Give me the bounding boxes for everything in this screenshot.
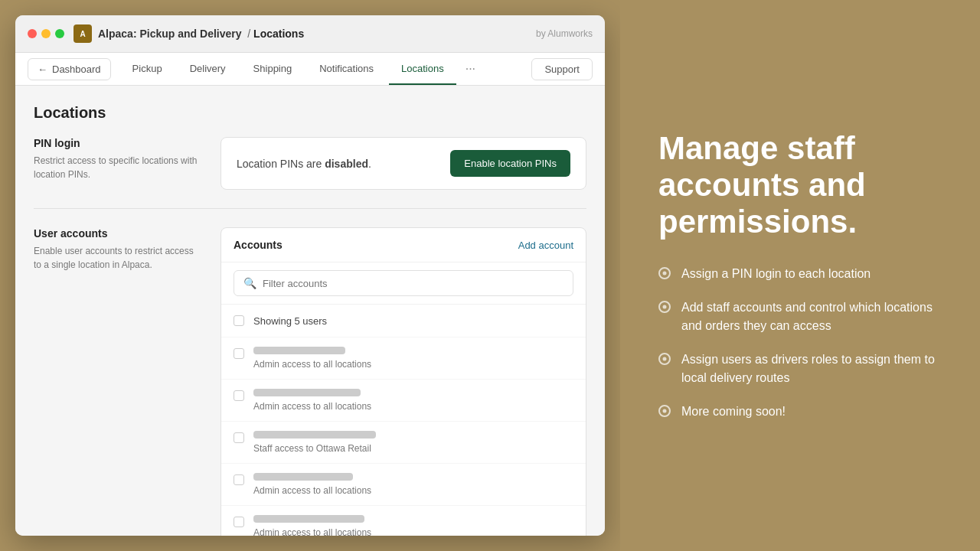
account-row: Admin access to all locations [221, 337, 586, 380]
feature-item: Assign a PIN login to each location [658, 265, 942, 283]
account-row: Admin access to all locations [221, 380, 586, 422]
user-accounts-description: Enable user accounts to restrict access … [34, 244, 202, 272]
account-info: Admin access to all locations [253, 473, 573, 496]
accounts-title: Accounts [234, 239, 283, 251]
pin-login-label: PIN login [34, 137, 202, 149]
pin-card: Location PINs are disabled. Enable locat… [220, 137, 586, 190]
select-all-checkbox[interactable] [234, 315, 244, 326]
pin-login-section: PIN login Restrict access to specific lo… [34, 137, 586, 209]
user-accounts-label: User accounts [34, 227, 202, 240]
search-box: 🔍 [221, 262, 586, 305]
tab-more[interactable]: ··· [459, 53, 482, 85]
feature-icon [658, 301, 671, 313]
tab-dashboard[interactable]: ← Dashboard [28, 58, 111, 80]
close-button[interactable] [28, 29, 37, 38]
tab-pickup[interactable]: Pickup [120, 54, 175, 85]
feature-text: Assign a PIN login to each location [681, 265, 871, 283]
filter-accounts-input[interactable] [263, 278, 564, 289]
account-checkbox[interactable] [234, 348, 244, 359]
account-role: Admin access to all locations [253, 359, 573, 370]
account-role: Admin access to all locations [253, 401, 573, 412]
main-content: Locations PIN login Restrict access to s… [15, 86, 605, 536]
accounts-card: Accounts Add account 🔍 [220, 227, 586, 536]
account-name-bar [253, 431, 376, 439]
tab-shipping[interactable]: Shipping [241, 54, 305, 85]
feature-icon [658, 353, 671, 365]
browser-panel: A Alpaca: Pickup and Delivery / Location… [0, 0, 620, 551]
feature-item: Add staff accounts and control which loc… [658, 298, 942, 335]
tab-delivery[interactable]: Delivery [178, 54, 238, 85]
account-row: Staff access to Ottawa Retail [221, 422, 586, 464]
account-checkbox[interactable] [234, 474, 244, 485]
right-panel: Manage staff accounts and permissions. A… [620, 0, 980, 551]
pin-card-text: Location PINs are disabled. [237, 158, 371, 170]
account-checkbox[interactable] [234, 432, 244, 443]
account-checkbox[interactable] [234, 390, 244, 401]
account-name-bar [253, 473, 353, 481]
account-checkbox[interactable] [234, 517, 244, 527]
account-row: Admin access to all locations [221, 506, 586, 536]
enable-pin-button[interactable]: Enable location PINs [450, 150, 570, 177]
account-role: Staff access to Ottawa Retail [253, 443, 573, 454]
minimize-button[interactable] [41, 29, 51, 38]
account-name-bar [253, 389, 361, 396]
feature-text: Add staff accounts and control which loc… [681, 298, 942, 335]
account-row: Admin access to all locations [221, 464, 586, 506]
account-info: Admin access to all locations [253, 347, 573, 370]
traffic-lights [28, 29, 64, 38]
showing-users-label: Showing 5 users [253, 315, 327, 327]
tab-support[interactable]: Support [531, 58, 593, 80]
feature-icon [658, 405, 671, 417]
maximize-button[interactable] [55, 29, 64, 38]
feature-item: Assign users as drivers roles to assign … [658, 350, 942, 387]
add-account-link[interactable]: Add account [518, 240, 573, 251]
pin-login-description: Restrict access to specific locations wi… [34, 154, 202, 181]
account-info: Admin access to all locations [253, 515, 573, 536]
search-input-wrap: 🔍 [234, 270, 573, 296]
feature-list: Assign a PIN login to each location Add … [658, 265, 942, 421]
account-role: Admin access to all locations [253, 485, 573, 496]
app-title: A Alpaca: Pickup and Delivery / Location… [74, 24, 304, 43]
showing-users-row: Showing 5 users [221, 305, 586, 337]
app-logo: A [74, 24, 92, 43]
search-icon: 🔍 [243, 277, 256, 289]
user-accounts-section: User accounts Enable user accounts to re… [34, 227, 586, 536]
title-bar: A Alpaca: Pickup and Delivery / Location… [15, 15, 605, 53]
accounts-content: Accounts Add account 🔍 [220, 227, 586, 536]
account-info: Staff access to Ottawa Retail [253, 431, 573, 454]
pin-login-content: Location PINs are disabled. Enable locat… [220, 137, 586, 190]
by-alumworks: by Alumworks [536, 28, 593, 39]
feature-item: More coming soon! [658, 403, 942, 421]
app-name: Alpaca: Pickup and Delivery / Locations [98, 28, 304, 40]
pin-login-info: PIN login Restrict access to specific lo… [34, 137, 202, 190]
account-name-bar [253, 515, 364, 523]
app-header: A Alpaca: Pickup and Delivery / Location… [74, 24, 593, 43]
right-panel-headline: Manage staff accounts and permissions. [658, 130, 942, 241]
account-role: Admin access to all locations [253, 527, 573, 536]
user-accounts-info: User accounts Enable user accounts to re… [34, 227, 202, 536]
showing-users-info: Showing 5 users [253, 314, 573, 328]
nav-bar: ← Dashboard Pickup Delivery Shipping Not… [15, 53, 605, 86]
page-title: Locations [34, 104, 586, 122]
browser-window: A Alpaca: Pickup and Delivery / Location… [15, 15, 605, 536]
tab-locations[interactable]: Locations [389, 54, 456, 85]
feature-text: Assign users as drivers roles to assign … [681, 350, 942, 387]
feature-icon [658, 267, 671, 279]
accounts-header: Accounts Add account [221, 228, 586, 262]
account-name-bar [253, 347, 345, 354]
arrow-left-icon: ← [38, 64, 47, 75]
feature-text: More coming soon! [681, 403, 786, 421]
tab-notifications[interactable]: Notifications [307, 54, 386, 85]
account-info: Admin access to all locations [253, 389, 573, 412]
